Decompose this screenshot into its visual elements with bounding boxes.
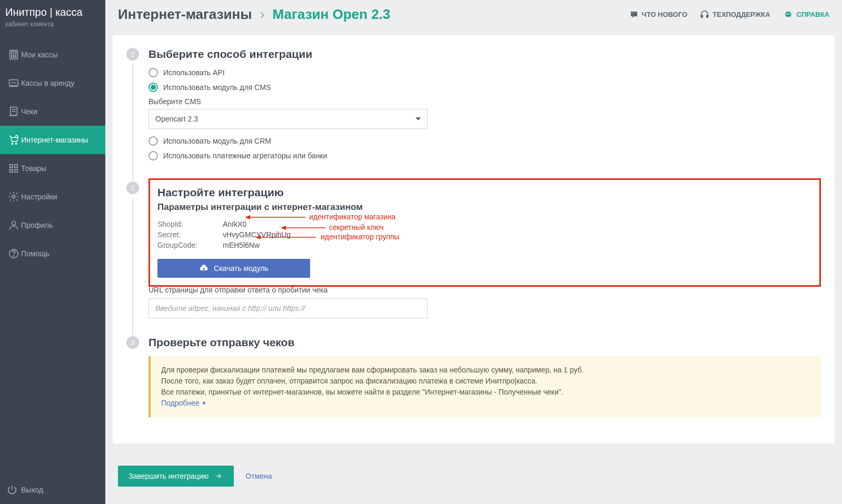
cms-select-label: Выберите CMS <box>148 97 821 106</box>
svg-rect-16 <box>10 165 13 168</box>
breadcrumb-sep: › <box>260 6 265 22</box>
sidebar-item-help[interactable]: Помощь <box>0 239 105 268</box>
header-link-label: ТЕХПОДДЕРЖКА <box>712 11 770 18</box>
svg-point-20 <box>12 195 15 198</box>
svg-point-6 <box>13 57 14 57</box>
sidebar-item-label: Мои кассы <box>21 51 58 59</box>
monitor-icon: www <box>6 77 21 89</box>
receipt-icon <box>6 106 21 117</box>
radio-label: Использовать платежные агрегаторы или ба… <box>163 152 327 160</box>
svg-point-4 <box>15 55 16 56</box>
radio-label: Использовать модуль для CMS <box>163 83 271 92</box>
radio-crm[interactable]: Использовать модуль для CRM <box>148 136 821 146</box>
alert-line: Для проверки фискализации платежей мы пр… <box>161 365 810 376</box>
breadcrumb-root[interactable]: Интернет-магазины <box>118 6 252 22</box>
svg-point-2 <box>12 55 12 56</box>
step-2: 2 Настройте интеграцию Параметры интегра… <box>126 182 821 318</box>
param-value: vHvyGMCYVRpihUg <box>223 230 291 239</box>
power-icon <box>6 484 21 496</box>
alert-line: После того, как заказ будет оплачен, отп… <box>161 376 810 387</box>
brand: Инитпро | касса <box>5 6 100 18</box>
svg-point-15 <box>15 135 18 138</box>
action-row: Завершить интеграцию Отмена <box>118 466 842 487</box>
cms-select[interactable]: Opencart 2.3 <box>148 109 428 129</box>
svg-rect-19 <box>15 169 18 173</box>
callback-url-input[interactable] <box>148 298 428 318</box>
radio-label: Использовать API <box>163 68 225 77</box>
svg-point-13 <box>12 143 13 145</box>
svg-rect-26 <box>707 15 708 17</box>
param-label: GroupCode: <box>157 241 223 249</box>
user-icon <box>6 219 21 231</box>
step-line <box>132 197 133 335</box>
button-label: Скачать модуль <box>214 264 269 273</box>
chevron-down-icon: ▼ <box>202 399 207 407</box>
step-2-title: Настройте интеграцию <box>157 186 812 199</box>
step-num-2: 2 <box>126 182 139 194</box>
step-1-body: Выберите способ интеграции Использовать … <box>148 48 821 166</box>
step-line <box>132 64 133 183</box>
chat-icon <box>629 10 639 19</box>
svg-point-24 <box>632 13 633 14</box>
url-label: URL страницы для отправки ответа о проби… <box>148 286 821 294</box>
step-3: 3 Проверьте отправку чеков Для проверки … <box>126 336 821 417</box>
info-alert: Для проверки фискализации платежей мы пр… <box>148 356 821 417</box>
alert-line: Все платежи, принятые от интернет-магази… <box>161 387 810 398</box>
download-module-button[interactable]: Скачать модуль <box>157 259 310 278</box>
content: 1 Выберите способ интеграции Использоват… <box>113 35 835 443</box>
sidebar-item-label: Выход <box>21 486 43 494</box>
cart-icon <box>6 134 21 146</box>
svg-point-30 <box>789 13 790 14</box>
brand-sep: | <box>47 6 55 18</box>
sidebar-item-my-registers[interactable]: Мои кассы <box>0 41 105 69</box>
sidebar-item-label: Помощь <box>21 249 49 258</box>
radio-aggregators[interactable]: Использовать платежные агрегаторы или ба… <box>148 151 821 160</box>
radio-cms[interactable]: Использовать модуль для CMS <box>148 83 821 92</box>
cancel-link[interactable]: Отмена <box>245 472 272 480</box>
alert-more-link[interactable]: Подробнее ▼ <box>161 398 207 409</box>
highlight-box: Настройте интеграцию Параметры интеграци… <box>148 178 821 287</box>
param-label: Secret: <box>157 230 223 239</box>
radio-api[interactable]: Использовать API <box>148 68 821 77</box>
sidebar-item-logout[interactable]: Выход <box>0 476 105 504</box>
header-links: ЧТО НОВОГО ТЕХПОДДЕРЖКА СПРАВКА <box>629 10 829 19</box>
step-3-title: Проверьте отправку чеков <box>148 336 821 349</box>
sidebar-item-rent-registers[interactable]: www Кассы в аренду <box>0 69 105 97</box>
svg-rect-1 <box>11 52 16 54</box>
svg-point-3 <box>13 55 14 56</box>
help-icon <box>6 248 21 259</box>
svg-rect-17 <box>15 165 18 168</box>
header-link-help[interactable]: СПРАВКА <box>783 10 829 19</box>
brand-name-2: касса <box>55 6 82 18</box>
step-1-title: Выберите способ интеграции <box>148 48 821 61</box>
sidebar-item-label: Интернет-магазины <box>21 136 88 144</box>
svg-point-29 <box>787 13 788 14</box>
header-link-support[interactable]: ТЕХПОДДЕРЖКА <box>700 10 770 19</box>
sidebar-item-label: Профиль <box>21 221 53 229</box>
sidebar-item-settings[interactable]: Настройки <box>0 183 105 211</box>
sidebar-item-label: Настройки <box>21 193 57 201</box>
radio-icon <box>148 83 158 92</box>
radio-icon <box>148 151 158 160</box>
svg-rect-25 <box>701 15 703 17</box>
sidebar-nav: Мои кассы www Кассы в аренду Чеки Интерн… <box>0 41 105 476</box>
sidebar-item-label: Товары <box>21 164 46 173</box>
sidebar-item-label: Чеки <box>21 107 37 116</box>
step-3-body: Проверьте отправку чеков Для проверки фи… <box>148 336 821 417</box>
sidebar-item-products[interactable]: Товары <box>0 154 105 183</box>
svg-point-23 <box>13 256 14 256</box>
svg-point-7 <box>15 57 16 57</box>
param-shopid: ShopId: AnIkX0 <box>157 220 812 228</box>
sidebar-item-ecommerce[interactable]: Интернет-магазины <box>0 126 105 154</box>
sidebar-item-profile[interactable]: Профиль <box>0 211 105 239</box>
sidebar-item-receipts[interactable]: Чеки <box>0 97 105 126</box>
step-num-3: 3 <box>126 336 139 349</box>
sidebar-header: Инитпро | касса кабинет клиента <box>0 0 105 32</box>
svg-rect-18 <box>10 169 13 173</box>
cms-select-value: Opencart 2.3 <box>155 115 198 123</box>
header-link-news[interactable]: ЧТО НОВОГО <box>629 10 687 19</box>
param-secret: Secret: vHvyGMCYVRpihUg <box>157 230 812 239</box>
brand-name-1: Инитпро <box>5 6 47 18</box>
finish-integration-button[interactable]: Завершить интеграцию <box>118 466 234 487</box>
button-label: Завершить интеграцию <box>128 472 209 480</box>
